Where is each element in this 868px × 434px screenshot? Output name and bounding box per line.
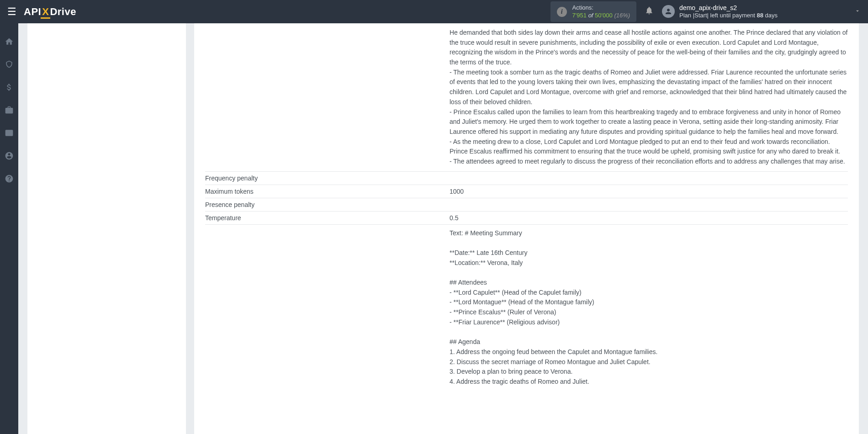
right-panel: He demanded that both sides lay down the… <box>194 23 859 434</box>
param-label: Presence penalty <box>205 201 450 208</box>
param-value: 0.5 <box>450 214 848 222</box>
user-avatar-icon <box>662 5 675 18</box>
header-right: i Actions: 7'951 of 50'000 (16%) demo_ap… <box>550 1 861 22</box>
actions-used: 7'951 <box>572 12 587 19</box>
param-value: 1000 <box>450 188 848 195</box>
user-plan: Plan |Start| left until payment 88 days <box>679 12 778 20</box>
param-label: Maximum tokens <box>205 188 450 195</box>
actions-text: Actions: 7'951 of 50'000 (16%) <box>572 4 630 20</box>
actions-label: Actions: <box>572 4 630 12</box>
user-info: demo_apix-drive_s2 Plan |Start| left unt… <box>679 4 778 20</box>
actions-total: 50'000 <box>595 12 613 19</box>
content-paragraph: - As the meeting drew to a close, Lord C… <box>450 137 848 157</box>
param-label: Frequency penalty <box>205 175 450 182</box>
param-row-temperature: Temperature 0.5 <box>205 212 848 225</box>
user-name: demo_apix-drive_s2 <box>679 4 778 12</box>
chevron-down-icon[interactable] <box>854 8 861 16</box>
param-row-presence-penalty: Presence penalty <box>205 198 848 212</box>
sidebar-item-help[interactable] <box>0 171 18 186</box>
content-paragraph-block: He demanded that both sides lay down the… <box>205 23 848 171</box>
content-paragraph: - Prince Escalus called upon the familie… <box>450 107 848 137</box>
output-text: Text: # Meeting Summary **Date:** Late 1… <box>205 225 848 387</box>
actions-percent: (16%) <box>614 12 630 19</box>
logo[interactable]: APIXDrive <box>24 6 76 18</box>
sidebar-item-connections[interactable] <box>0 57 18 72</box>
left-panel <box>27 23 186 434</box>
notifications-bell-icon[interactable] <box>645 6 654 17</box>
param-value <box>450 201 848 208</box>
sidebar-item-home[interactable] <box>0 34 18 49</box>
content-paragraph: - The meeting took a somber turn as the … <box>450 68 848 107</box>
logo-text-api: API <box>24 6 41 18</box>
logo-text-drive: Drive <box>50 6 76 18</box>
sidebar-item-account[interactable] <box>0 148 18 163</box>
actions-box[interactable]: i Actions: 7'951 of 50'000 (16%) <box>550 1 636 22</box>
actions-numbers: 7'951 of 50'000 (16%) <box>572 12 630 20</box>
hamburger-menu-icon[interactable]: ☰ <box>7 6 16 18</box>
param-row-frequency-penalty: Frequency penalty <box>205 171 848 185</box>
main-content: He demanded that both sides lay down the… <box>18 23 868 434</box>
param-label: Temperature <box>205 214 450 222</box>
sidebar-item-video[interactable] <box>0 126 18 140</box>
top-header: ☰ APIXDrive i Actions: 7'951 of 50'000 (… <box>0 0 868 23</box>
user-menu[interactable]: demo_apix-drive_s2 Plan |Start| left unt… <box>662 4 778 20</box>
content-paragraph: - The attendees agreed to meet regularly… <box>450 157 848 167</box>
sidebar-item-billing[interactable] <box>0 80 18 95</box>
logo-text-x: X <box>41 6 50 18</box>
actions-of: of <box>588 12 593 19</box>
param-value <box>450 175 848 182</box>
sidebar-item-briefcase[interactable] <box>0 103 18 117</box>
param-row-max-tokens: Maximum tokens 1000 <box>205 185 848 198</box>
content-paragraph: He demanded that both sides lay down the… <box>450 28 848 68</box>
info-icon: i <box>557 7 567 17</box>
sidebar <box>0 23 18 434</box>
